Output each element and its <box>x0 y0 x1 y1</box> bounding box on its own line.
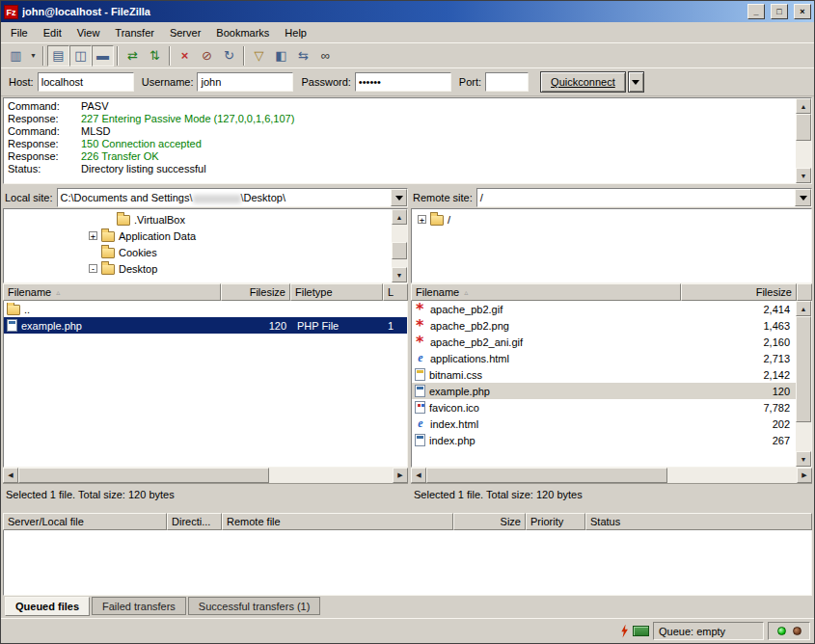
scroll-track[interactable] <box>796 316 811 451</box>
column-header-size[interactable]: Size <box>453 513 526 530</box>
filter-button[interactable]: ▽ <box>248 45 270 67</box>
scroll-thumb[interactable] <box>796 114 811 141</box>
filezilla-app-icon[interactable]: Fz <box>4 5 18 19</box>
tree-expander[interactable]: - <box>89 264 97 273</box>
column-header-direction[interactable]: Directi... <box>167 513 222 530</box>
log-vertical-scrollbar[interactable]: ▲ ▼ <box>796 98 811 183</box>
file-row[interactable]: apache_pb2.gif2,414 <box>412 301 796 317</box>
host-input[interactable] <box>38 72 134 92</box>
scroll-left-icon[interactable]: ◀ <box>3 468 18 483</box>
tab-failed-transfers[interactable]: Failed transfers <box>92 597 186 615</box>
menu-bookmarks[interactable]: Bookmarks <box>208 24 277 41</box>
scroll-track[interactable] <box>796 114 811 168</box>
file-row-selected[interactable]: example.php120 <box>412 383 796 399</box>
tab-queued-files[interactable]: Queued files <box>5 597 90 616</box>
process-queue-button[interactable]: ⇅ <box>144 45 166 67</box>
tree-expander[interactable]: + <box>418 215 426 224</box>
file-row[interactable]: favicon.ico7,782 <box>412 399 796 416</box>
toggle-message-log-button[interactable]: ▤ <box>47 45 69 67</box>
minimize-button[interactable]: _ <box>747 4 765 19</box>
quickconnect-button[interactable]: Quickconnect <box>540 71 626 93</box>
column-header-filetype[interactable]: Filetype <box>290 283 383 301</box>
scroll-thumb[interactable] <box>426 468 667 483</box>
menu-view[interactable]: View <box>69 24 108 41</box>
tree-expander[interactable]: + <box>89 231 97 240</box>
close-button[interactable]: × <box>794 4 811 19</box>
file-row[interactable]: apache_pb2.png1,463 <box>412 317 796 334</box>
file-row[interactable]: bitnami.css2,142 <box>412 366 796 383</box>
scroll-thumb[interactable] <box>18 468 269 483</box>
tab-successful-transfers[interactable]: Successful transfers (1) <box>188 597 321 615</box>
site-manager-button[interactable]: ▥ <box>5 45 27 67</box>
column-header-remote-file[interactable]: Remote file <box>222 513 453 530</box>
scroll-left-icon[interactable]: ◀ <box>411 468 426 483</box>
remote-horizontal-scrollbar[interactable]: ◀ ▶ <box>411 468 812 483</box>
file-row[interactable]: apache_pb2_ani.gif2,160 <box>412 334 796 350</box>
log-message: 227 Entering Passive Mode (127,0,0,1,6,1… <box>81 113 294 125</box>
local-tree-vertical-scrollbar[interactable]: ▲ ▼ <box>392 209 407 282</box>
column-header-status[interactable]: Status <box>585 513 812 530</box>
toggle-transfer-queue-button[interactable]: ▬ <box>92 45 114 67</box>
scroll-up-icon[interactable]: ▲ <box>392 209 407 225</box>
menu-edit[interactable]: Edit <box>36 24 69 41</box>
tree-item[interactable]: .VirtualBox <box>4 211 407 228</box>
menu-server[interactable]: Server <box>162 24 208 41</box>
local-site-combobox[interactable]: C:\Documents and Settings\\Desktop\ <box>57 188 408 207</box>
keyboard-activity-icon[interactable] <box>633 626 649 636</box>
local-path-text[interactable]: C:\Documents and Settings\\Desktop\ <box>58 189 391 206</box>
password-input[interactable] <box>355 72 451 92</box>
speed-limit-icon[interactable] <box>620 625 629 638</box>
directory-comparison-button[interactable]: ◧ <box>270 45 292 67</box>
disconnect-button[interactable]: ⊘ <box>196 45 218 67</box>
queue-list-empty <box>3 530 812 596</box>
column-header-priority[interactable]: Priority <box>526 513 585 530</box>
username-input[interactable] <box>197 72 293 92</box>
remote-vertical-scrollbar[interactable]: ▲ ▼ <box>796 301 811 467</box>
column-header-filename[interactable]: Filename▵ <box>3 283 221 301</box>
column-header-filesize[interactable]: Filesize <box>221 283 290 301</box>
menu-transfer[interactable]: Transfer <box>107 24 162 41</box>
synchronized-browsing-button[interactable]: ⇆ <box>292 45 314 67</box>
menu-file[interactable]: File <box>3 24 36 41</box>
cancel-operation-button[interactable]: × <box>174 45 196 67</box>
remote-path-text[interactable]: / <box>477 189 795 206</box>
tree-item[interactable]: Cookies <box>4 244 407 260</box>
scroll-thumb[interactable] <box>796 316 811 422</box>
scroll-track[interactable] <box>392 225 407 267</box>
tree-item[interactable]: +/ <box>412 211 811 228</box>
scroll-track[interactable] <box>18 468 393 483</box>
scroll-down-icon[interactable]: ▼ <box>392 267 407 282</box>
file-row-parent-dir[interactable]: .. <box>4 301 407 317</box>
scroll-thumb[interactable] <box>392 242 407 259</box>
column-header-server-local-file[interactable]: Server/Local file <box>3 513 167 530</box>
column-header-last-modified[interactable]: L <box>383 283 408 301</box>
refresh-button[interactable]: ⇄ <box>122 45 144 67</box>
remote-path-dropdown-button[interactable] <box>795 189 811 206</box>
site-manager-dropdown-button[interactable]: ▼ <box>27 45 40 67</box>
remote-site-combobox[interactable]: / <box>476 188 812 207</box>
tree-item[interactable]: -Desktop <box>4 260 407 277</box>
column-header-filesize[interactable]: Filesize <box>681 283 797 301</box>
file-row[interactable]: applications.html2,713 <box>412 350 796 366</box>
scroll-right-icon[interactable]: ▶ <box>797 468 812 483</box>
scroll-down-icon[interactable]: ▼ <box>796 168 811 183</box>
reconnect-button[interactable]: ↻ <box>218 45 240 67</box>
local-path-dropdown-button[interactable] <box>391 189 407 206</box>
toggle-directory-trees-button[interactable]: ◫ <box>69 45 92 67</box>
tree-item[interactable]: +Application Data <box>4 228 407 244</box>
column-header-filename[interactable]: Filename▵ <box>411 283 681 301</box>
file-row[interactable]: index.php267 <box>412 432 796 448</box>
file-row-selected[interactable]: example.php 120 PHP File 1 <box>4 317 407 334</box>
scroll-up-icon[interactable]: ▲ <box>796 301 811 316</box>
scroll-down-icon[interactable]: ▼ <box>796 451 811 467</box>
file-row[interactable]: index.html202 <box>412 416 796 432</box>
port-input[interactable] <box>485 72 529 92</box>
menu-help[interactable]: Help <box>277 24 314 41</box>
scroll-up-icon[interactable]: ▲ <box>796 98 811 114</box>
scroll-right-icon[interactable]: ▶ <box>393 468 408 483</box>
local-horizontal-scrollbar[interactable]: ◀ ▶ <box>3 468 408 483</box>
find-files-button[interactable]: ∞ <box>314 45 337 67</box>
quickconnect-dropdown-button[interactable] <box>628 71 644 93</box>
maximize-button[interactable]: □ <box>771 4 788 19</box>
scroll-track[interactable] <box>426 468 797 483</box>
